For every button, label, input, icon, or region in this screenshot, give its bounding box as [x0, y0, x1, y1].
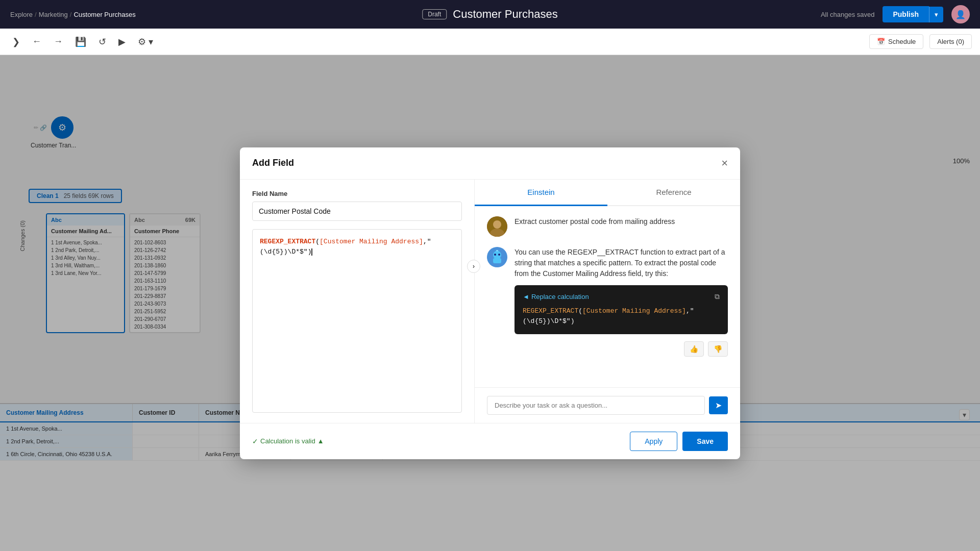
code-field-dark: [Customer Mailing Address] [582, 307, 686, 315]
copy-code-button[interactable]: ⧉ [715, 292, 720, 301]
tab-reference[interactable]: Reference [607, 180, 740, 206]
validation-status: ✓ Calculation is valid ▲ [252, 437, 324, 445]
publish-button[interactable]: Publish [883, 6, 929, 22]
feedback-row: 👍 👎 [514, 341, 728, 357]
field-name-label: Field Name [252, 190, 462, 197]
bot-avatar [487, 247, 507, 267]
bot-content: You can use the REGEXP__EXTRACT function… [514, 247, 728, 357]
main-content: 100% ✏ 🔗 ⚙ Customer Tran... Clean 1 25 f… [0, 55, 980, 551]
svg-point-6 [498, 254, 500, 256]
add-field-modal: Add Field × Field Name REGEXP_EXTRACT([C… [240, 147, 740, 459]
svg-rect-4 [493, 258, 501, 263]
bot-avatar-img [490, 250, 504, 264]
replace-calc-label: Replace calculation [531, 293, 589, 300]
bot-suggestion: You can use the REGEXP__EXTRACT function… [487, 247, 728, 357]
settings-button[interactable]: ⚙ ▾ [134, 33, 157, 51]
modal-overlay: Add Field × Field Name REGEXP_EXTRACT([C… [0, 55, 980, 551]
user-avatar-img [487, 216, 507, 237]
ask-row: ➤ [475, 387, 740, 423]
valid-icon: ✓ [252, 437, 258, 445]
validation-text: Calculation is valid [260, 437, 315, 445]
toolbar: ❯ ← → 💾 ↺ ▶ ⚙ ▾ 📅 Schedule Alerts (0) [0, 29, 980, 55]
forward-button[interactable]: → [50, 33, 67, 50]
cursor [311, 248, 312, 256]
modal-body: Field Name REGEXP_EXTRACT([Customer Mail… [240, 180, 740, 423]
publish-btn-group: Publish ▾ [883, 6, 943, 22]
code-suggestion-block: ◄ Replace calculation ⧉ REGEXP_EXTRACT([… [514, 285, 728, 335]
user-avatar [487, 216, 507, 237]
saved-text: All changes saved [821, 11, 875, 18]
footer-buttons: Apply Save [630, 432, 728, 451]
field-name-input[interactable] [252, 202, 462, 221]
calendar-icon: 📅 [877, 38, 885, 45]
breadcrumb: Explore / Marketing / Customer Purchases [10, 11, 136, 18]
undo-button[interactable]: ↺ [94, 33, 110, 51]
validation-chevron[interactable]: ▲ [317, 437, 324, 445]
toolbar-right: 📅 Schedule Alerts (0) [869, 34, 972, 49]
schedule-button[interactable]: 📅 Schedule [869, 34, 923, 49]
nav-right: All changes saved Publish ▾ 👤 [821, 5, 970, 23]
formula-editor[interactable]: REGEXP_EXTRACT([Customer Mailing Address… [252, 229, 462, 413]
modal-einstein-panel: Einstein Reference [475, 180, 740, 423]
modal-formula-panel: Field Name REGEXP_EXTRACT([Customer Mail… [240, 180, 475, 423]
breadcrumb-explore[interactable]: Explore [10, 11, 33, 18]
ask-input[interactable] [487, 396, 705, 415]
apply-button[interactable]: Apply [630, 432, 677, 451]
svg-point-1 [493, 220, 501, 229]
save-button[interactable]: Save [682, 432, 728, 451]
suggestion-text: Extract customer postal code from mailin… [514, 216, 675, 237]
breadcrumb-sep-2: / [70, 11, 72, 18]
thumbdown-button[interactable]: 👎 [708, 341, 728, 357]
bot-text: You can use the REGEXP__EXTRACT function… [514, 247, 728, 279]
code-snippet: REGEXP_EXTRACT([Customer Mailing Address… [523, 306, 720, 328]
draft-badge[interactable]: Draft [422, 9, 447, 19]
formula-fn: REGEXP_EXTRACT [260, 238, 315, 245]
save-toolbar-button[interactable]: 💾 [71, 33, 90, 51]
modal-footer: ✓ Calculation is valid ▲ Apply Save [240, 423, 740, 459]
avatar[interactable]: 👤 [951, 5, 970, 23]
modal-close-button[interactable]: × [721, 158, 728, 169]
modal-header: Add Field × [240, 147, 740, 180]
modal-title: Add Field [252, 158, 294, 168]
einstein-tabs: Einstein Reference [475, 180, 740, 206]
code-block-header: ◄ Replace calculation ⧉ [523, 292, 720, 301]
user-suggestion: Extract customer postal code from mailin… [487, 216, 728, 237]
back-button[interactable]: ← [28, 33, 45, 50]
nav-center: Draft Customer Purchases [422, 8, 557, 21]
thumbup-button[interactable]: 👍 [684, 341, 704, 357]
run-button[interactable]: ▶ [114, 33, 130, 51]
top-nav: Explore / Marketing / Customer Purchases… [0, 0, 980, 29]
alerts-button[interactable]: Alerts (0) [929, 34, 972, 49]
code-fn-dark: REGEXP_EXTRACT [523, 307, 578, 315]
formula-field: [Customer Mailing Address] [320, 238, 423, 245]
doc-title: Customer Purchases [453, 8, 557, 21]
svg-point-5 [494, 254, 496, 256]
sidebar-toggle-btn[interactable]: ❯ [8, 33, 24, 51]
einstein-tab-content: Extract customer postal code from mailin… [475, 206, 740, 387]
publish-dropdown-button[interactable]: ▾ [929, 7, 943, 22]
breadcrumb-current: Customer Purchases [74, 11, 135, 18]
replace-calc-icon: ◄ [523, 293, 529, 300]
editor-expand-button[interactable]: › [467, 260, 480, 273]
breadcrumb-marketing[interactable]: Marketing [39, 11, 68, 18]
tab-einstein[interactable]: Einstein [475, 180, 607, 206]
breadcrumb-sep-1: / [35, 11, 37, 18]
schedule-label: Schedule [888, 38, 916, 45]
replace-calculation-button[interactable]: ◄ Replace calculation [523, 293, 589, 300]
ask-send-button[interactable]: ➤ [709, 396, 728, 414]
